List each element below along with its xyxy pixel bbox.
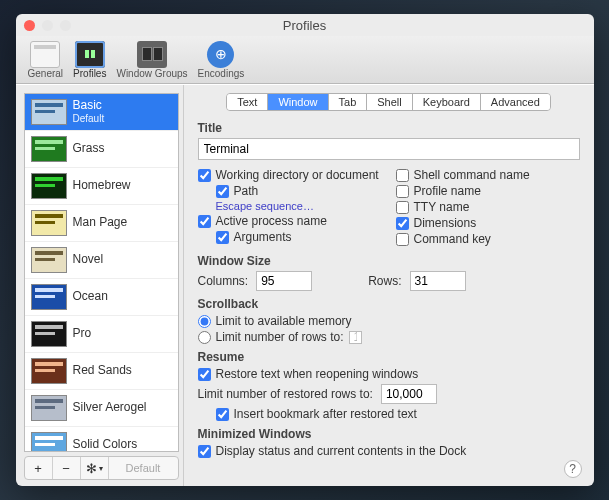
- rows-label: Rows:: [368, 274, 401, 288]
- profile-item-homebrew[interactable]: Homebrew: [25, 168, 178, 205]
- title-input[interactable]: [198, 138, 580, 160]
- window-title: Profiles: [16, 18, 594, 33]
- profile-label: BasicDefault: [73, 99, 105, 124]
- content: BasicDefaultGrassHomebrewMan PageNovelOc…: [16, 84, 594, 486]
- toolbar-encodings[interactable]: ⊕ Encodings: [194, 39, 249, 81]
- chk-dock-status[interactable]: Display status and current contents in t…: [198, 444, 580, 458]
- chk-arguments[interactable]: Arguments: [216, 230, 382, 244]
- toolbar-label: Profiles: [73, 68, 106, 79]
- section-heading-resume: Resume: [198, 350, 580, 364]
- profile-label: Silver Aerogel: [73, 401, 147, 415]
- scrollback-rows-input: [349, 331, 362, 344]
- help-button[interactable]: ?: [564, 460, 582, 478]
- profile-thumb-icon: [31, 358, 67, 384]
- profile-label: Grass: [73, 142, 105, 156]
- chk-dimensions[interactable]: Dimensions: [396, 216, 580, 230]
- profile-thumb-icon: [31, 99, 67, 125]
- set-default-button[interactable]: Default: [109, 457, 178, 479]
- profile-item-basic[interactable]: BasicDefault: [25, 94, 178, 131]
- tab-advanced[interactable]: Advanced: [481, 94, 550, 110]
- toolbar-window-groups[interactable]: Window Groups: [112, 39, 191, 81]
- restore-limit-input[interactable]: [381, 384, 437, 404]
- profile-actions-menu[interactable]: ✻: [81, 457, 109, 479]
- profile-thumb-icon: [31, 284, 67, 310]
- toolbar-profiles[interactable]: Profiles: [69, 39, 110, 81]
- tab-window[interactable]: Window: [268, 94, 328, 110]
- toolbar-label: Window Groups: [116, 68, 187, 79]
- columns-label: Columns:: [198, 274, 249, 288]
- chk-active-process[interactable]: Active process name: [198, 214, 382, 228]
- window-groups-icon: [137, 41, 167, 68]
- profile-item-novel[interactable]: Novel: [25, 242, 178, 279]
- profile-item-man-page[interactable]: Man Page: [25, 205, 178, 242]
- preferences-window: Profiles General Profiles Window Groups …: [16, 14, 594, 486]
- tab-text[interactable]: Text: [227, 94, 268, 110]
- section-heading-window-size: Window Size: [198, 254, 580, 268]
- profile-thumb-icon: [31, 247, 67, 273]
- tab-segment: TextWindowTabShellKeyboardAdvanced: [226, 93, 551, 111]
- toolbar-label: Encodings: [198, 68, 245, 79]
- add-profile-button[interactable]: +: [25, 457, 53, 479]
- chk-command-key[interactable]: Command key: [396, 232, 580, 246]
- profile-item-ocean[interactable]: Ocean: [25, 279, 178, 316]
- profile-tabs: TextWindowTabShellKeyboardAdvanced: [198, 93, 580, 111]
- profile-item-solid-colors[interactable]: Solid Colors: [25, 427, 178, 452]
- profile-thumb-icon: [31, 321, 67, 347]
- profile-thumb-icon: [31, 173, 67, 199]
- radio-limit-memory[interactable]: Limit to available memory: [198, 314, 580, 328]
- profile-label: Homebrew: [73, 179, 131, 193]
- section-heading-scrollback: Scrollback: [198, 297, 580, 311]
- toolbar-label: General: [28, 68, 64, 79]
- remove-profile-button[interactable]: −: [53, 457, 81, 479]
- profile-thumb-icon: [31, 395, 67, 421]
- profile-thumb-icon: [31, 136, 67, 162]
- restore-limit-label: Limit number of restored rows to:: [198, 387, 373, 401]
- profile-label: Solid Colors: [73, 438, 138, 452]
- chk-tty-name[interactable]: TTY name: [396, 200, 580, 214]
- profile-item-red-sands[interactable]: Red Sands: [25, 353, 178, 390]
- rows-input[interactable]: [410, 271, 466, 291]
- escape-sequence-link[interactable]: Escape sequence…: [216, 200, 382, 212]
- main-panel: TextWindowTabShellKeyboardAdvanced Title…: [184, 85, 594, 486]
- profile-item-silver-aerogel[interactable]: Silver Aerogel: [25, 390, 178, 427]
- chk-restore-text[interactable]: Restore text when reopening windows: [198, 367, 580, 381]
- chk-profile-name[interactable]: Profile name: [396, 184, 580, 198]
- tab-keyboard[interactable]: Keyboard: [413, 94, 481, 110]
- profile-label: Red Sands: [73, 364, 132, 378]
- chk-path[interactable]: Path: [216, 184, 382, 198]
- profile-label: Ocean: [73, 290, 108, 304]
- preferences-toolbar: General Profiles Window Groups ⊕ Encodin…: [16, 36, 594, 84]
- tab-shell[interactable]: Shell: [367, 94, 412, 110]
- profile-thumb-icon: [31, 210, 67, 236]
- profile-label: Pro: [73, 327, 92, 341]
- general-icon: [30, 41, 60, 68]
- section-heading-title: Title: [198, 121, 580, 135]
- radio-limit-rows[interactable]: Limit number of rows to:: [198, 330, 580, 344]
- profile-item-grass[interactable]: Grass: [25, 131, 178, 168]
- sidebar: BasicDefaultGrassHomebrewMan PageNovelOc…: [16, 85, 184, 486]
- profiles-icon: [75, 41, 105, 68]
- sidebar-toolbar: + − ✻ Default: [24, 456, 179, 480]
- section-heading-minimized: Minimized Windows: [198, 427, 580, 441]
- profile-sublabel: Default: [73, 113, 105, 125]
- chk-shell-command[interactable]: Shell command name: [396, 168, 580, 182]
- chk-working-directory[interactable]: Working directory or document: [198, 168, 382, 182]
- profile-thumb-icon: [31, 432, 67, 452]
- profile-label: Novel: [73, 253, 104, 267]
- profile-item-pro[interactable]: Pro: [25, 316, 178, 353]
- chk-insert-bookmark[interactable]: Insert bookmark after restored text: [216, 407, 580, 421]
- tab-tab[interactable]: Tab: [329, 94, 368, 110]
- profile-list[interactable]: BasicDefaultGrassHomebrewMan PageNovelOc…: [24, 93, 179, 452]
- profile-label: Man Page: [73, 216, 128, 230]
- titlebar[interactable]: Profiles: [16, 14, 594, 36]
- globe-icon: ⊕: [207, 41, 234, 68]
- toolbar-general[interactable]: General: [24, 39, 68, 81]
- columns-input[interactable]: [256, 271, 312, 291]
